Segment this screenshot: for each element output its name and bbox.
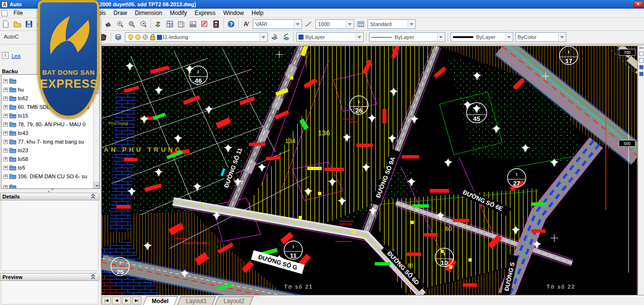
preview-header[interactable]: Preview <box>0 273 99 281</box>
tab-layout2[interactable]: Layout2 <box>215 296 254 305</box>
chevron-down-icon[interactable] <box>346 20 353 28</box>
tree-item-partial[interactable] <box>2 183 18 189</box>
table-style-icon[interactable] <box>356 19 366 29</box>
chevron-down-icon[interactable] <box>356 33 363 41</box>
tree-item[interactable]: 77. khu 7- tong mat bang su <box>2 137 84 146</box>
layer-previous-icon[interactable] <box>281 32 291 42</box>
chevron-down-icon[interactable] <box>408 20 415 28</box>
tree-item[interactable]: to58 <box>2 155 28 163</box>
viewport-button[interactable] <box>639 58 644 63</box>
menu-dimension[interactable]: Dimension <box>131 9 166 17</box>
folder-icon <box>9 113 16 119</box>
app-icon: A <box>1 1 8 8</box>
menu-draw[interactable]: Draw <box>110 9 131 17</box>
separator <box>110 32 111 42</box>
learn-link[interactable]: Lea <box>12 53 20 59</box>
expand-icon[interactable] <box>3 140 8 144</box>
zoom-realtime-icon[interactable] <box>115 19 125 29</box>
dim-style-icon[interactable] <box>303 19 314 29</box>
tree-item-label: to58 <box>18 156 28 162</box>
document-icon[interactable] <box>1 10 8 16</box>
expand-icon[interactable] <box>3 131 8 135</box>
tree-item-label: to23 <box>18 147 28 153</box>
layers-icon[interactable] <box>113 32 123 42</box>
scroll-grip[interactable] <box>639 47 644 49</box>
layer-translate-icon[interactable] <box>153 19 164 29</box>
first-tab-icon[interactable]: |◀ <box>102 296 111 305</box>
expand-icon[interactable] <box>3 79 8 83</box>
expand-icon[interactable] <box>3 148 8 153</box>
quickcalc-icon[interactable] <box>211 19 221 29</box>
tree-item[interactable]: hu <box>2 85 24 94</box>
tree-item[interactable]: 106. DIEM DAN CU SO 6- su <box>2 172 87 181</box>
chevron-down-icon[interactable] <box>437 33 444 41</box>
tree-item[interactable]: to62 <box>2 94 28 103</box>
collapse-icon[interactable] <box>91 275 96 279</box>
chevron-down-icon[interactable] <box>505 33 512 41</box>
collapse-icon[interactable] <box>91 194 96 199</box>
markup-icon[interactable] <box>199 19 210 29</box>
expand-icon[interactable] <box>3 88 8 92</box>
info-icon[interactable]: i <box>2 52 9 59</box>
expand-icon[interactable] <box>3 157 8 161</box>
expand-icon[interactable] <box>3 105 8 109</box>
open-icon[interactable] <box>12 19 23 29</box>
folder-icon <box>9 165 16 171</box>
help-icon[interactable]: ? <box>226 19 236 29</box>
table-style-combo[interactable]: Standard <box>368 19 416 29</box>
tab-model[interactable]: Model <box>143 296 178 305</box>
make-layer-current-icon[interactable] <box>269 32 280 42</box>
expand-icon[interactable] <box>3 122 8 127</box>
expand-icon[interactable] <box>3 174 8 179</box>
pan-icon[interactable] <box>103 19 114 29</box>
next-tab-icon[interactable]: ▶ <box>122 296 131 305</box>
viewport-button[interactable] <box>639 65 644 69</box>
zoom-previous-icon[interactable] <box>138 19 149 29</box>
svg-text:I: I <box>293 244 294 249</box>
chevron-down-icon[interactable] <box>558 33 565 41</box>
scroll-down-icon[interactable] <box>94 182 99 188</box>
text-style-combo[interactable]: VARI <box>253 19 302 29</box>
panel-splitter[interactable] <box>0 189 101 192</box>
tree-item[interactable]: to15 <box>2 111 28 120</box>
prev-tab-icon[interactable]: ◀ <box>112 296 121 305</box>
close-button[interactable] <box>633 1 643 8</box>
layer-combo[interactable]: 11-leduong <box>125 32 268 42</box>
expand-icon[interactable] <box>3 114 8 118</box>
plot-style-combo[interactable]: ByColor <box>515 32 566 42</box>
menu-help[interactable]: Help <box>247 9 267 17</box>
viewport-button[interactable] <box>639 72 644 76</box>
menu-express[interactable]: Express <box>191 9 219 17</box>
lineweight-combo[interactable]: ByLayer <box>451 32 513 42</box>
tree-item[interactable]: 78, 79, 80- AN PHU - MAU 0 <box>2 120 85 129</box>
cad-drawing[interactable]: 700 500 <box>102 46 638 295</box>
dim-style-combo[interactable]: 1000 <box>315 19 354 29</box>
sheet-set-icon[interactable] <box>176 19 187 29</box>
viewport-button[interactable] <box>639 52 644 56</box>
expand-icon[interactable] <box>3 185 8 189</box>
text-style-icon[interactable]: A <box>241 19 251 29</box>
new-file-icon[interactable] <box>0 19 11 29</box>
model-canvas[interactable]: 700 500 <box>101 46 638 295</box>
last-tab-icon[interactable]: ▶| <box>132 296 141 305</box>
tree-item[interactable] <box>2 77 18 85</box>
menu-file[interactable]: File <box>10 9 27 17</box>
tab-layout1[interactable]: Layout1 <box>177 296 216 305</box>
expand-icon[interactable] <box>3 96 8 101</box>
tree-item[interactable]: to5 <box>2 163 25 172</box>
details-header[interactable]: Details <box>0 193 99 200</box>
save-icon[interactable] <box>24 19 34 29</box>
tree-item[interactable]: to43 <box>2 129 28 137</box>
linetype-combo[interactable]: ByLayer <box>369 32 445 42</box>
chevron-down-icon[interactable] <box>294 20 301 28</box>
tree-item[interactable]: to23 <box>2 146 28 155</box>
layout-viewports-icon[interactable] <box>164 19 175 29</box>
menu-modify[interactable]: Modify <box>166 9 191 17</box>
render-icon[interactable] <box>188 19 198 29</box>
canvas-scrollbar[interactable] <box>638 46 644 295</box>
expand-icon[interactable] <box>3 166 8 170</box>
menu-window[interactable]: Window <box>219 9 248 17</box>
zoom-window-icon[interactable] <box>126 19 137 29</box>
color-combo[interactable]: ByLayer <box>296 32 364 42</box>
chevron-down-icon[interactable] <box>260 33 267 41</box>
